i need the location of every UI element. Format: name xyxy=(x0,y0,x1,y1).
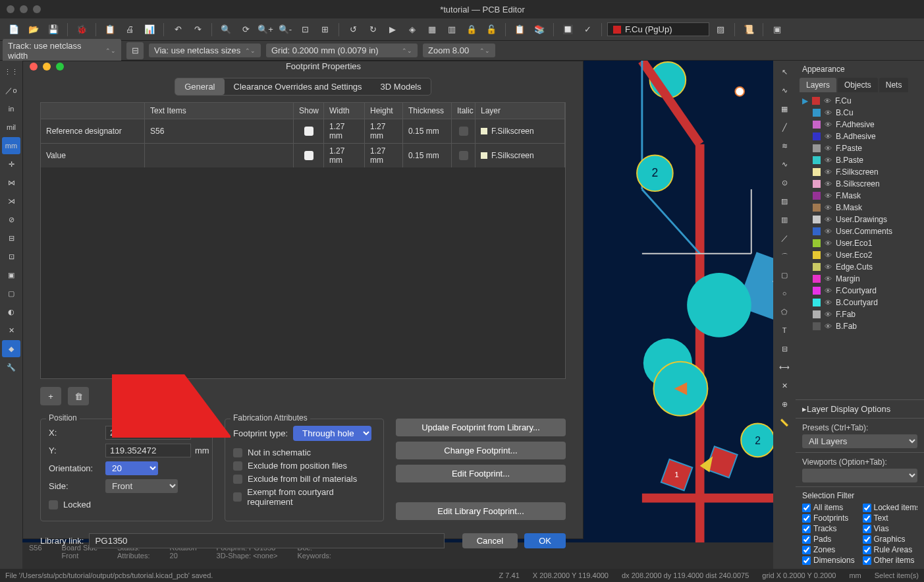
curved-icon[interactable]: ⋊ xyxy=(2,192,20,210)
zoom-out-icon[interactable]: 🔍- xyxy=(277,21,294,38)
highlight-icon[interactable]: ∿ xyxy=(775,82,794,99)
undo-icon[interactable]: ↶ xyxy=(169,21,186,38)
locked-checkbox[interactable] xyxy=(49,500,58,509)
outline3-icon[interactable]: ⊡ xyxy=(2,248,20,265)
polar-icon[interactable]: ／o xyxy=(2,82,20,99)
route-icon[interactable]: ╱ xyxy=(775,119,794,136)
exempt-courtyard-checkbox[interactable] xyxy=(233,492,242,502)
arc-icon[interactable]: ⌒ xyxy=(775,248,794,265)
side-select[interactable]: Front xyxy=(105,479,178,493)
library-link-input[interactable] xyxy=(89,533,445,548)
layer-row[interactable]: 👁B.Fab xyxy=(800,320,920,332)
zoom-in-icon[interactable]: 🔍+ xyxy=(257,21,274,38)
refresh-icon[interactable]: ⟳ xyxy=(237,21,254,38)
cancel-button[interactable]: Cancel xyxy=(462,533,518,548)
ratsnest-icon[interactable]: ⋈ xyxy=(2,174,20,191)
layer-row[interactable]: 👁User.Drawings xyxy=(800,214,920,225)
origin-icon[interactable]: ⊕ xyxy=(775,395,794,413)
tab-clearance[interactable]: Clearance Overrides and Settings xyxy=(225,78,371,95)
layer-selector[interactable]: F.Cu (PgUp) xyxy=(607,22,709,36)
page-icon[interactable]: 📋 xyxy=(101,21,119,38)
filter-checkbox[interactable]: All items xyxy=(802,503,857,512)
zoom-fit-icon[interactable]: ⊡ xyxy=(296,21,313,38)
edit-library-footprint-button[interactable]: Edit Library Footprint... xyxy=(396,502,566,520)
grid-dots-icon[interactable]: ⋮⋮ xyxy=(2,63,20,80)
layer-row[interactable]: 👁F.Paste xyxy=(800,142,920,154)
delete-icon[interactable]: ✕ xyxy=(775,377,794,394)
dialog-maximize-icon[interactable] xyxy=(56,63,64,71)
ungroup-icon[interactable]: ▥ xyxy=(443,21,460,38)
mirror-v-icon[interactable]: ▶ xyxy=(384,21,401,38)
plot-icon[interactable]: 📊 xyxy=(141,21,158,38)
hatch-icon[interactable]: ▨ xyxy=(712,21,729,38)
exclude-position-checkbox[interactable] xyxy=(233,461,242,471)
redo-icon[interactable]: ↷ xyxy=(189,21,206,38)
layer-display-options[interactable]: ▸Layer Display Options xyxy=(796,399,924,418)
trash-icon[interactable]: ✕ xyxy=(2,322,20,339)
viewports-select[interactable] xyxy=(802,469,917,482)
grid-combo[interactable]: Grid: 0.2000 mm (0.0079 in) xyxy=(266,44,418,57)
tab-objects[interactable]: Objects xyxy=(838,78,878,92)
circle-icon[interactable]: ○ xyxy=(775,285,794,302)
check-icon[interactable]: ✓ xyxy=(579,21,596,38)
tab-nets[interactable]: Nets xyxy=(879,78,909,92)
layer-row[interactable]: 👁B.Paste xyxy=(800,154,920,166)
mirror-h-icon[interactable]: ◈ xyxy=(404,21,421,38)
filter-checkbox[interactable]: Vias xyxy=(863,524,918,533)
table-row[interactable]: Reference designatorS561.27 mm1.27 mm0.1… xyxy=(41,119,565,143)
x-input[interactable] xyxy=(105,426,191,440)
tab-3d[interactable]: 3D Models xyxy=(371,78,431,95)
zone-icon[interactable]: ▨ xyxy=(775,192,794,210)
close-dot[interactable] xyxy=(7,5,14,13)
layer-row[interactable]: 👁F.Silkscreen xyxy=(800,166,920,178)
select-tool-icon[interactable]: ↖ xyxy=(775,63,794,80)
filter-checkbox[interactable]: Rule Areas xyxy=(863,545,918,554)
layer-row[interactable]: ▶👁F.Cu xyxy=(800,95,920,107)
track-width-combo[interactable]: Track: use netclass width xyxy=(3,39,121,63)
textbox-icon[interactable]: ⊟ xyxy=(775,340,794,357)
delete-row-button[interactable]: 🗑 xyxy=(68,387,89,405)
zoom-sel-icon[interactable]: ⊞ xyxy=(316,21,333,38)
open-icon[interactable]: 📂 xyxy=(25,21,42,38)
rotate-cw-icon[interactable]: ↻ xyxy=(364,21,381,38)
print-icon[interactable]: 🖨 xyxy=(121,21,138,38)
settings-icon[interactable]: 🔧 xyxy=(2,359,20,376)
filter-checkbox[interactable]: Footprints xyxy=(802,513,857,523)
filter-checkbox[interactable]: Graphics xyxy=(863,535,918,544)
poly-icon[interactable]: ⬠ xyxy=(775,303,794,320)
filter-checkbox[interactable]: Locked items xyxy=(863,503,918,512)
board-setup-icon[interactable]: 🐞 xyxy=(73,21,90,38)
filter-checkbox[interactable]: Tracks xyxy=(802,524,857,533)
find-icon[interactable]: 🔍 xyxy=(217,21,234,38)
dimension-icon[interactable]: ⟷ xyxy=(775,359,794,376)
layer-row[interactable]: 👁User.Eco2 xyxy=(800,249,920,261)
exclude-bom-checkbox[interactable] xyxy=(233,475,242,484)
rect-icon[interactable]: ▢ xyxy=(775,266,794,283)
tab-layers[interactable]: Layers xyxy=(800,78,836,92)
minimize-dot[interactable] xyxy=(20,5,28,13)
layer-row[interactable]: 👁B.Courtyard xyxy=(800,297,920,308)
layer-row[interactable]: 👁F.Adhesive xyxy=(800,119,920,131)
drc-icon[interactable]: 📋 xyxy=(511,21,528,38)
terminal-icon[interactable]: ▣ xyxy=(769,21,786,38)
layer-row[interactable]: 👁Margin xyxy=(800,273,920,285)
update-footprint-button[interactable]: Update Footprint from Library... xyxy=(396,419,566,436)
change-footprint-button[interactable]: Change Footprint... xyxy=(396,442,566,459)
dialog-close-icon[interactable] xyxy=(30,63,38,71)
layer-row[interactable]: 👁User.Eco1 xyxy=(800,237,920,249)
place-fp-icon[interactable]: ▦ xyxy=(775,100,794,117)
text-icon[interactable]: T xyxy=(775,322,794,339)
contrast-icon[interactable]: ◐ xyxy=(2,303,20,320)
fill-icon[interactable]: ▣ xyxy=(2,266,20,283)
layer-row[interactable]: 👁F.Fab xyxy=(800,308,920,320)
filter-checkbox[interactable]: Other items xyxy=(863,556,918,565)
via-size-combo[interactable]: Via: use netclass sizes xyxy=(149,44,261,57)
maximize-dot[interactable] xyxy=(33,5,41,13)
layer-row[interactable]: 👁F.Courtyard xyxy=(800,285,920,297)
layer-row[interactable]: 👁User.Comments xyxy=(800,225,920,237)
not-in-schematic-checkbox[interactable] xyxy=(233,448,242,457)
inch-icon[interactable]: in xyxy=(2,100,20,117)
layer-row[interactable]: 👁B.Silkscreen xyxy=(800,178,920,190)
net-icon[interactable]: 🔲 xyxy=(559,21,576,38)
unlock-icon[interactable]: 🔓 xyxy=(483,21,500,38)
